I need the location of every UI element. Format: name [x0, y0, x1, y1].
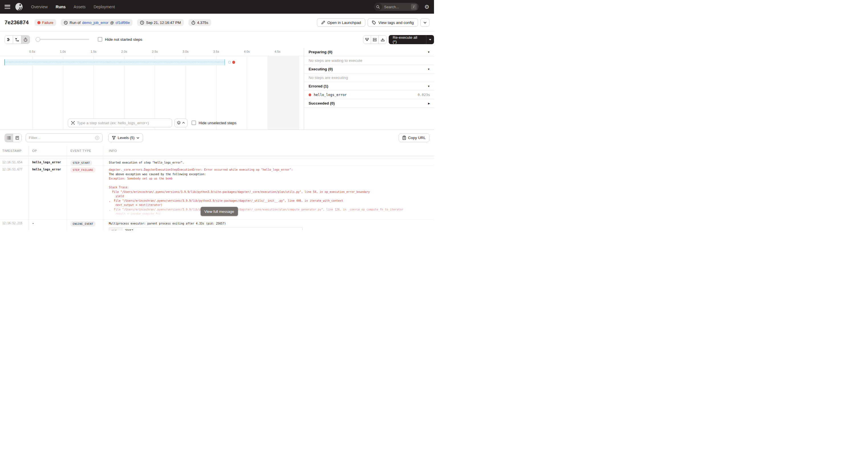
op-graph-icon [71, 121, 75, 125]
levels-filter-button[interactable]: Levels (5) [108, 133, 143, 142]
tick-label: 3.5s [212, 50, 221, 53]
log-message-line: next_output = next(iterator) [109, 203, 434, 208]
step-subset-row: Hide unselected steps [0, 118, 304, 127]
funnel-icon [112, 136, 116, 140]
copy-url-button[interactable]: Copy URL [399, 133, 429, 142]
log-event-cell: STEP_START [67, 159, 103, 165]
header-event-type: EVENT TYPE [67, 149, 103, 152]
open-in-launchpad-button[interactable]: Open in Launchpad [317, 18, 365, 27]
log-message-line: yield [109, 194, 434, 198]
view-full-message-button[interactable]: View full message [200, 207, 238, 216]
view-waterfall-button[interactable] [13, 36, 21, 43]
step-section-header[interactable]: Errored (1)▼ [304, 82, 434, 91]
step-section-header[interactable]: Executing (0)▼ [304, 65, 434, 73]
hide-unselected-checkbox[interactable] [191, 121, 196, 125]
step-marker-circle-icon[interactable] [228, 61, 231, 64]
run-id: 7e236874 [5, 19, 29, 26]
flat-list-icon [7, 38, 11, 41]
log-message-line: , File "/Users/erincochran/.pyenv/versio… [109, 208, 434, 212]
column-divider [103, 146, 103, 230]
run-actions-dropdown-button[interactable] [420, 18, 429, 27]
tick-label: 2.5s [150, 50, 160, 53]
log-row[interactable]: 12:16:52.215-ENGINE_EVENTMultiprocess ex… [0, 220, 434, 230]
log-message-line [109, 181, 434, 185]
step-section-label: Succeeded (0) [309, 101, 335, 105]
log-message-line: Started execution of step "hello_logs_er… [109, 160, 434, 165]
view-flat-button[interactable] [5, 36, 13, 43]
commit-link[interactable]: cf1df98e [116, 21, 130, 25]
step-section-header[interactable]: Preparing (0)▼ [304, 48, 434, 56]
collapse-bottom-button[interactable] [363, 36, 371, 43]
log-filter-input[interactable] [29, 135, 95, 140]
pencil-icon [321, 21, 325, 25]
log-info: Multiprocess executor: parent process ex… [103, 220, 434, 230]
nav-item-deployment[interactable]: Deployment [93, 5, 115, 9]
event-type-badge: STEP_START [70, 160, 92, 165]
log-message-line: result = invoke_compute_fn( [109, 212, 434, 216]
run-header: 7e236874 Failure Run of demo_job_error @… [0, 14, 434, 32]
run-timestamp: Sep 21, 12:16:47 PM [146, 21, 181, 25]
tick-label: 1.5s [89, 50, 98, 53]
clipboard-icon [402, 135, 406, 140]
hide-unselected-label: Hide unselected steps [198, 121, 237, 125]
log-row[interactable]: 12:16:51.654hello_logs_errorSTEP_STARTSt… [0, 159, 434, 166]
stopwatch-icon [191, 21, 195, 25]
step-section-label: Executing (0) [309, 67, 333, 71]
clear-filter-icon[interactable] [95, 135, 99, 140]
tick-label: 0.5s [27, 50, 37, 53]
gantt-bar-hello-logs-error[interactable] [4, 59, 225, 65]
gantt-toolbar: Hide not started steps Re-execute all (*… [0, 32, 434, 48]
levels-label: Levels (5) [118, 135, 134, 140]
zoom-slider[interactable] [36, 39, 89, 40]
reexecute-dropdown-button[interactable] [426, 35, 434, 44]
top-nav: Overview Runs Assets Deployment / ⚙ [0, 0, 434, 14]
structured-view-icon [16, 136, 19, 140]
split-panels-button[interactable] [371, 36, 379, 43]
empty-message: No steps are waiting to execute [309, 58, 362, 63]
global-search[interactable]: / [374, 3, 418, 11]
gantt-section: 0.5s1.0s1.5s2.0s2.5s3.0s3.5s4.0s4.5s5.0s… [0, 48, 434, 130]
step-section-empty: No steps are executing [304, 73, 434, 82]
step-subset-inputbox[interactable] [68, 119, 172, 127]
step-section-label: Preparing (0) [309, 50, 332, 54]
tick-label: 3.0s [181, 50, 190, 53]
run-duration: 4.375s [197, 21, 208, 25]
collapse-top-button[interactable] [379, 36, 386, 43]
view-tags-label: View tags and config [378, 21, 414, 25]
log-filter-box[interactable] [26, 133, 102, 142]
log-list-view-button[interactable] [5, 134, 13, 142]
stopwatch-icon [23, 38, 28, 42]
log-structured-view-button[interactable] [13, 134, 21, 142]
gear-icon[interactable]: ⚙ [424, 4, 429, 10]
layers-icon [177, 121, 181, 125]
dagster-logo-icon[interactable] [15, 3, 24, 11]
step-subset-input[interactable] [77, 121, 169, 125]
log-message-line: , File "/Users/erincochran/.pyenv/versio… [109, 198, 434, 203]
selection-presets-button[interactable] [175, 119, 187, 127]
step-section-empty: No steps are waiting to execute [304, 56, 434, 65]
nav-item-assets[interactable]: Assets [73, 5, 86, 9]
step-row[interactable]: hello_logs_error0.023s [304, 91, 434, 99]
step-section-header[interactable]: Succeeded (0)▶ [304, 99, 434, 108]
search-input[interactable] [382, 5, 407, 9]
log-message-line: Exception: Somebody set up us the bomb [109, 176, 434, 181]
view-tags-config-button[interactable]: View tags and config [368, 18, 418, 27]
tick-label: 4.0s [242, 50, 252, 53]
log-timestamp: 12:16:51.677 [0, 166, 29, 171]
hide-not-started-checkbox[interactable] [98, 37, 102, 41]
nav-item-runs[interactable]: Runs [56, 5, 66, 9]
view-timing-button[interactable] [21, 36, 30, 43]
zoom-slider-knob[interactable] [36, 37, 40, 41]
step-failure-dot-icon[interactable] [232, 61, 235, 64]
reexecute-all-button[interactable]: Re-execute all (*) [389, 35, 434, 44]
log-message-line: Stack Trace: [109, 185, 434, 190]
step-name: hello_logs_error [314, 93, 347, 97]
job-link[interactable]: demo_job_error [82, 21, 108, 25]
nav-item-overview[interactable]: Overview [31, 5, 48, 9]
caret-down-icon: ▼ [428, 68, 430, 71]
log-message-line: dagster._core.errors.DagsterExecutionSte… [109, 167, 434, 172]
log-toolbar: Levels (5) Copy URL [0, 130, 434, 146]
log-timestamp: 12:16:52.215 [0, 220, 29, 225]
hamburger-menu-icon[interactable] [5, 5, 10, 9]
run-of-pill: Run of demo_job_error @ cf1df98e [61, 19, 132, 26]
